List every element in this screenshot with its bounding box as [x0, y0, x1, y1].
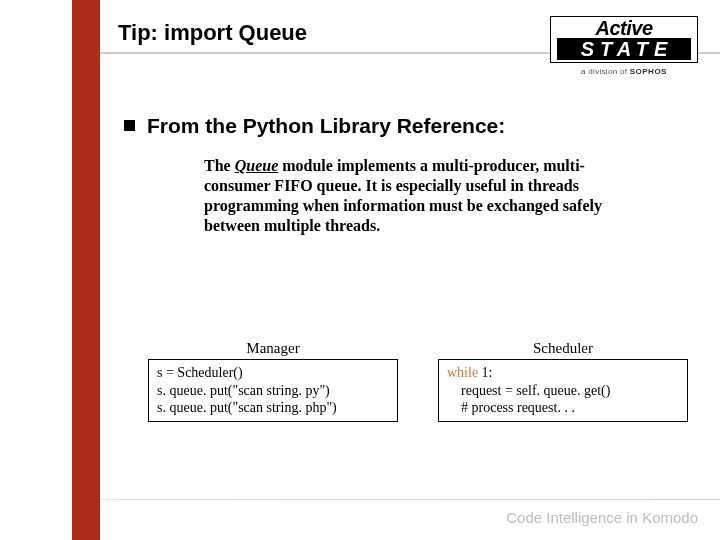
bullet-heading: From the Python Library Reference:	[147, 114, 505, 138]
logo-subtext: a division of SOPHOS	[550, 67, 698, 76]
code-keyword-while: while	[447, 365, 478, 380]
code-left-line3: s. queue. put("scan string. php")	[157, 400, 337, 415]
code-right-rest1: 1:	[478, 365, 492, 380]
logo-line2: STATE	[557, 38, 691, 60]
desc-module-name: Queue	[235, 157, 279, 174]
code-left-line1: s = Scheduler()	[157, 365, 243, 380]
logo-sub-prefix: a division of	[581, 67, 630, 76]
code-box-scheduler: while 1: request = self. queue. get() # …	[438, 359, 688, 422]
code-right-line3: # process request. . .	[447, 400, 575, 415]
code-section: Manager s = Scheduler() s. queue. put("s…	[148, 340, 688, 422]
code-left-line2: s. queue. put("scan string. py")	[157, 383, 330, 398]
logo-sub-brand: SOPHOS	[630, 67, 667, 76]
footer-divider	[100, 499, 720, 500]
code-col-right: Scheduler while 1: request = self. queue…	[438, 340, 688, 422]
code-title-manager: Manager	[148, 340, 398, 357]
desc-pre: The	[204, 157, 235, 174]
logo-line1: Active	[557, 19, 691, 38]
bullet-row: From the Python Library Reference:	[124, 114, 505, 138]
code-box-manager: s = Scheduler() s. queue. put("scan stri…	[148, 359, 398, 422]
left-accent-bar	[72, 0, 100, 540]
footer-text: Code Intelligence in Komodo	[506, 509, 698, 526]
logo-frame: Active STATE	[550, 16, 698, 63]
code-title-scheduler: Scheduler	[438, 340, 688, 357]
code-col-left: Manager s = Scheduler() s. queue. put("s…	[148, 340, 398, 422]
description-paragraph: The Queue module implements a multi-prod…	[204, 156, 604, 236]
logo-container: Active STATE a division of SOPHOS	[550, 16, 698, 76]
code-right-line2: request = self. queue. get()	[447, 383, 610, 398]
bullet-icon	[124, 120, 135, 131]
